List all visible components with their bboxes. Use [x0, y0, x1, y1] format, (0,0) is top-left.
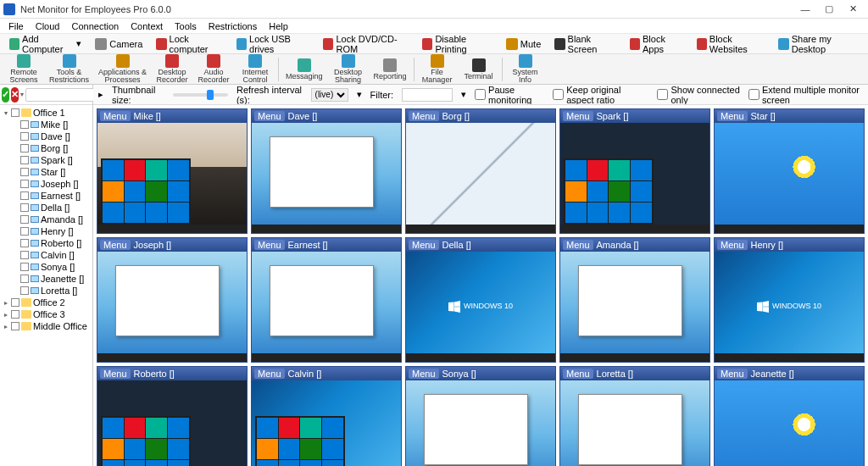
- checkbox[interactable]: [11, 322, 19, 330]
- minimize-button[interactable]: ―: [793, 2, 817, 17]
- tile-screen[interactable]: [97, 123, 247, 233]
- refresh-dropdown-icon[interactable]: ▾: [357, 89, 362, 100]
- file-manager-button[interactable]: File Manager: [417, 52, 458, 86]
- tree-computer[interactable]: Jeanette []: [2, 273, 91, 285]
- tile-screen[interactable]: [252, 380, 401, 466]
- refresh-select[interactable]: (live): [311, 88, 348, 102]
- tree-group[interactable]: ▾Office 1: [2, 107, 91, 119]
- tools-restrictions-button[interactable]: Tools & Restrictions: [45, 52, 93, 86]
- checkbox[interactable]: [20, 227, 29, 236]
- system-info-button[interactable]: System Info: [505, 52, 546, 86]
- close-button[interactable]: ✕: [841, 2, 865, 17]
- checkbox[interactable]: [11, 298, 19, 307]
- checkbox[interactable]: [20, 215, 29, 224]
- expand-all-icon[interactable]: ▸: [98, 89, 103, 100]
- extend-monitor-checkbox[interactable]: Extend multiple monitor screen: [748, 85, 863, 105]
- pause-checkbox[interactable]: Pause monitoring: [475, 85, 544, 105]
- tile-menu-button[interactable]: Menu: [100, 240, 131, 250]
- tile-menu-button[interactable]: Menu: [563, 369, 593, 379]
- expander-icon[interactable]: ▾: [2, 109, 9, 117]
- remote-screens-button[interactable]: Remote Screens: [3, 52, 44, 86]
- screen-tile[interactable]: MenuSpark []: [559, 108, 710, 234]
- checkbox[interactable]: [20, 251, 29, 259]
- checkbox[interactable]: [20, 120, 29, 129]
- checkbox[interactable]: [20, 168, 29, 176]
- tree-computer[interactable]: Mike []: [2, 119, 91, 130]
- tree-computer[interactable]: Roberto []: [2, 237, 91, 249]
- screen-tile[interactable]: MenuMike []: [97, 108, 248, 234]
- tile-screen[interactable]: [560, 123, 709, 233]
- internet-control-button[interactable]: Internet Control: [235, 52, 275, 86]
- terminal-button[interactable]: Terminal: [459, 56, 499, 83]
- filter-input[interactable]: [402, 88, 453, 102]
- screen-tile[interactable]: MenuRoberto []: [97, 366, 248, 466]
- tree-group[interactable]: ▸Office 2: [2, 297, 91, 308]
- tile-menu-button[interactable]: Menu: [409, 111, 439, 121]
- screen-tile[interactable]: MenuDave []: [251, 108, 402, 234]
- tree-computer[interactable]: Dave []: [2, 130, 91, 142]
- tree-computer[interactable]: Loretta []: [2, 285, 91, 297]
- tile-menu-button[interactable]: Menu: [717, 111, 748, 121]
- tree-computer[interactable]: Joseph []: [2, 178, 91, 190]
- tree-group[interactable]: ▸Middle Office: [2, 320, 91, 332]
- blank-screen-button[interactable]: Blank Screen: [548, 31, 621, 57]
- screen-tile[interactable]: MenuDella []WINDOWS 10: [405, 237, 556, 363]
- desktop-recorder-button[interactable]: Desktop Recorder: [152, 52, 192, 86]
- tile-menu-button[interactable]: Menu: [254, 240, 285, 250]
- checkbox[interactable]: [20, 239, 29, 247]
- screen-tile[interactable]: MenuStar []: [714, 108, 865, 234]
- maximize-button[interactable]: ▢: [817, 2, 841, 17]
- checkbox[interactable]: [20, 191, 29, 200]
- applications-processes-button[interactable]: Applications & Processes: [94, 52, 151, 86]
- tile-screen[interactable]: [406, 123, 555, 233]
- screen-tile[interactable]: MenuAmanda []: [559, 237, 710, 363]
- checkbox[interactable]: [20, 156, 29, 164]
- connected-only-checkbox[interactable]: Show connected only: [657, 85, 739, 105]
- checkbox[interactable]: [11, 310, 19, 319]
- screen-tile[interactable]: MenuLoretta []: [559, 366, 710, 466]
- tree-computer[interactable]: Borg []: [2, 142, 91, 154]
- keep-ratio-checkbox[interactable]: Keep original aspect ratio: [553, 85, 648, 105]
- block-apps-button[interactable]: Block Apps: [624, 31, 689, 57]
- thumbnail-size-slider[interactable]: [173, 93, 228, 97]
- desktop-sharing-button[interactable]: Desktop Sharing: [328, 52, 369, 86]
- checkbox[interactable]: [20, 286, 29, 295]
- expander-icon[interactable]: ▸: [2, 323, 9, 330]
- screen-tile[interactable]: MenuSonya []: [405, 366, 556, 466]
- tree-computer[interactable]: Spark []: [2, 154, 91, 166]
- block-websites-button[interactable]: Block Websites: [691, 31, 771, 57]
- tree-group[interactable]: ▸Office 3: [2, 308, 91, 320]
- screen-tile[interactable]: MenuHenry []WINDOWS 10: [714, 237, 865, 363]
- audio-recorder-button[interactable]: Audio Recorder: [193, 52, 234, 86]
- messaging-button[interactable]: Messaging: [281, 56, 327, 83]
- checkbox[interactable]: [20, 132, 29, 141]
- approve-button[interactable]: ✓: [2, 87, 9, 103]
- reporting-button[interactable]: Reporting: [370, 56, 411, 83]
- tile-screen[interactable]: [252, 123, 401, 233]
- tile-screen[interactable]: [715, 123, 864, 233]
- dropdown-icon[interactable]: ▾: [20, 91, 24, 98]
- tile-screen[interactable]: [97, 252, 247, 362]
- tile-screen[interactable]: [97, 380, 247, 466]
- tree-computer[interactable]: Sonya []: [2, 261, 91, 273]
- reject-button[interactable]: ✕: [11, 87, 19, 103]
- tile-menu-button[interactable]: Menu: [563, 111, 593, 121]
- checkbox[interactable]: [20, 180, 29, 188]
- tile-menu-button[interactable]: Menu: [409, 369, 439, 379]
- tile-menu-button[interactable]: Menu: [409, 240, 439, 250]
- camera-button[interactable]: Camera: [89, 36, 148, 53]
- tile-screen[interactable]: [715, 380, 864, 466]
- checkbox[interactable]: [20, 263, 29, 271]
- checkbox[interactable]: [11, 108, 19, 117]
- expander-icon[interactable]: ▸: [2, 311, 9, 319]
- tree-computer[interactable]: Earnest []: [2, 190, 91, 202]
- checkbox[interactable]: [20, 203, 29, 212]
- screen-tile[interactable]: MenuEarnest []: [251, 237, 402, 363]
- mute-button[interactable]: Mute: [500, 36, 547, 53]
- screen-tile[interactable]: MenuBorg []: [405, 108, 556, 234]
- tile-menu-button[interactable]: Menu: [563, 240, 593, 250]
- tile-menu-button[interactable]: Menu: [100, 369, 131, 379]
- screen-tile[interactable]: MenuCalvin []: [251, 366, 402, 466]
- tree-computer[interactable]: Calvin []: [2, 249, 91, 261]
- tile-menu-button[interactable]: Menu: [717, 369, 748, 379]
